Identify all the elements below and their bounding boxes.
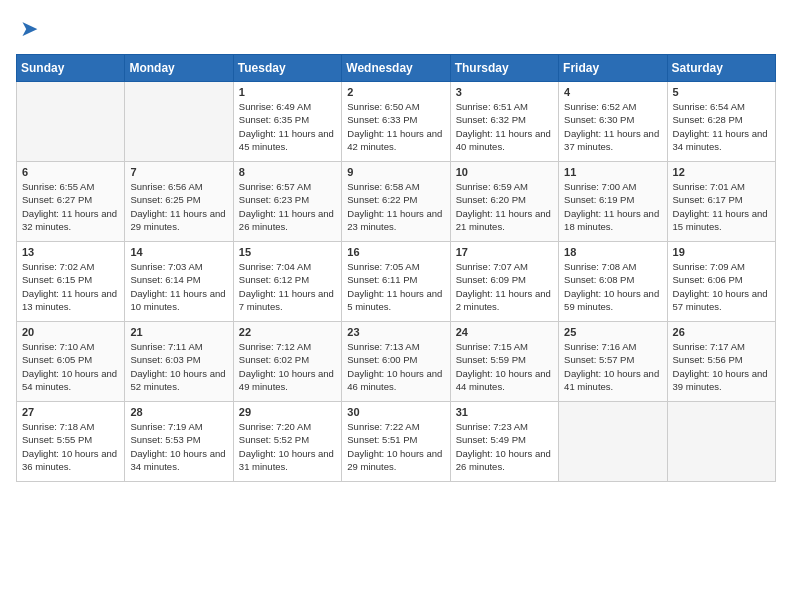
- week-row-5: 27 Sunrise: 7:18 AM Sunset: 5:55 PM Dayl…: [17, 402, 776, 482]
- day-detail: Sunrise: 7:16 AM Sunset: 5:57 PM Dayligh…: [564, 340, 661, 393]
- sunset-label: Sunset: 6:15 PM: [22, 274, 92, 285]
- sunrise-label: Sunrise: 6:52 AM: [564, 101, 636, 112]
- day-detail: Sunrise: 7:03 AM Sunset: 6:14 PM Dayligh…: [130, 260, 227, 313]
- page-header: ➤: [16, 16, 776, 42]
- calendar-cell: 28 Sunrise: 7:19 AM Sunset: 5:53 PM Dayl…: [125, 402, 233, 482]
- day-detail: Sunrise: 7:19 AM Sunset: 5:53 PM Dayligh…: [130, 420, 227, 473]
- sunrise-label: Sunrise: 7:08 AM: [564, 261, 636, 272]
- daylight-label: Daylight: 10 hours and 59 minutes.: [564, 288, 659, 312]
- calendar-cell: 8 Sunrise: 6:57 AM Sunset: 6:23 PM Dayli…: [233, 162, 341, 242]
- weekday-tuesday: Tuesday: [233, 55, 341, 82]
- sunrise-label: Sunrise: 7:22 AM: [347, 421, 419, 432]
- day-detail: Sunrise: 7:08 AM Sunset: 6:08 PM Dayligh…: [564, 260, 661, 313]
- sunset-label: Sunset: 6:27 PM: [22, 194, 92, 205]
- calendar-cell: 31 Sunrise: 7:23 AM Sunset: 5:49 PM Dayl…: [450, 402, 558, 482]
- week-row-1: 1 Sunrise: 6:49 AM Sunset: 6:35 PM Dayli…: [17, 82, 776, 162]
- day-detail: Sunrise: 7:07 AM Sunset: 6:09 PM Dayligh…: [456, 260, 553, 313]
- sunset-label: Sunset: 5:51 PM: [347, 434, 417, 445]
- day-number: 29: [239, 406, 336, 418]
- day-number: 15: [239, 246, 336, 258]
- calendar-cell: 11 Sunrise: 7:00 AM Sunset: 6:19 PM Dayl…: [559, 162, 667, 242]
- daylight-label: Daylight: 11 hours and 10 minutes.: [130, 288, 225, 312]
- calendar-cell: 4 Sunrise: 6:52 AM Sunset: 6:30 PM Dayli…: [559, 82, 667, 162]
- logo: ➤: [16, 16, 38, 42]
- sunset-label: Sunset: 6:11 PM: [347, 274, 417, 285]
- daylight-label: Daylight: 10 hours and 36 minutes.: [22, 448, 117, 472]
- sunrise-label: Sunrise: 7:16 AM: [564, 341, 636, 352]
- sunrise-label: Sunrise: 6:56 AM: [130, 181, 202, 192]
- sunrise-label: Sunrise: 7:19 AM: [130, 421, 202, 432]
- day-number: 11: [564, 166, 661, 178]
- calendar-cell: 10 Sunrise: 6:59 AM Sunset: 6:20 PM Dayl…: [450, 162, 558, 242]
- sunset-label: Sunset: 6:08 PM: [564, 274, 634, 285]
- day-number: 24: [456, 326, 553, 338]
- daylight-label: Daylight: 11 hours and 29 minutes.: [130, 208, 225, 232]
- day-detail: Sunrise: 6:50 AM Sunset: 6:33 PM Dayligh…: [347, 100, 444, 153]
- calendar-cell: 3 Sunrise: 6:51 AM Sunset: 6:32 PM Dayli…: [450, 82, 558, 162]
- sunset-label: Sunset: 6:28 PM: [673, 114, 743, 125]
- calendar-cell: 22 Sunrise: 7:12 AM Sunset: 6:02 PM Dayl…: [233, 322, 341, 402]
- week-row-2: 6 Sunrise: 6:55 AM Sunset: 6:27 PM Dayli…: [17, 162, 776, 242]
- day-number: 12: [673, 166, 770, 178]
- daylight-label: Daylight: 11 hours and 23 minutes.: [347, 208, 442, 232]
- day-number: 22: [239, 326, 336, 338]
- sunrise-label: Sunrise: 7:10 AM: [22, 341, 94, 352]
- daylight-label: Daylight: 11 hours and 45 minutes.: [239, 128, 334, 152]
- sunset-label: Sunset: 6:03 PM: [130, 354, 200, 365]
- calendar-cell: [667, 402, 775, 482]
- week-row-3: 13 Sunrise: 7:02 AM Sunset: 6:15 PM Dayl…: [17, 242, 776, 322]
- sunset-label: Sunset: 6:20 PM: [456, 194, 526, 205]
- sunset-label: Sunset: 6:09 PM: [456, 274, 526, 285]
- day-number: 10: [456, 166, 553, 178]
- calendar-cell: 19 Sunrise: 7:09 AM Sunset: 6:06 PM Dayl…: [667, 242, 775, 322]
- day-detail: Sunrise: 7:17 AM Sunset: 5:56 PM Dayligh…: [673, 340, 770, 393]
- day-detail: Sunrise: 7:20 AM Sunset: 5:52 PM Dayligh…: [239, 420, 336, 473]
- day-number: 27: [22, 406, 119, 418]
- day-detail: Sunrise: 7:05 AM Sunset: 6:11 PM Dayligh…: [347, 260, 444, 313]
- calendar-cell: 24 Sunrise: 7:15 AM Sunset: 5:59 PM Dayl…: [450, 322, 558, 402]
- sunset-label: Sunset: 6:02 PM: [239, 354, 309, 365]
- day-detail: Sunrise: 7:10 AM Sunset: 6:05 PM Dayligh…: [22, 340, 119, 393]
- sunrise-label: Sunrise: 7:01 AM: [673, 181, 745, 192]
- daylight-label: Daylight: 11 hours and 40 minutes.: [456, 128, 551, 152]
- sunset-label: Sunset: 6:12 PM: [239, 274, 309, 285]
- day-detail: Sunrise: 6:51 AM Sunset: 6:32 PM Dayligh…: [456, 100, 553, 153]
- sunset-label: Sunset: 6:06 PM: [673, 274, 743, 285]
- daylight-label: Daylight: 10 hours and 29 minutes.: [347, 448, 442, 472]
- sunrise-label: Sunrise: 7:11 AM: [130, 341, 202, 352]
- daylight-label: Daylight: 11 hours and 42 minutes.: [347, 128, 442, 152]
- day-detail: Sunrise: 7:00 AM Sunset: 6:19 PM Dayligh…: [564, 180, 661, 233]
- calendar-cell: 18 Sunrise: 7:08 AM Sunset: 6:08 PM Dayl…: [559, 242, 667, 322]
- day-detail: Sunrise: 6:54 AM Sunset: 6:28 PM Dayligh…: [673, 100, 770, 153]
- day-detail: Sunrise: 7:12 AM Sunset: 6:02 PM Dayligh…: [239, 340, 336, 393]
- day-number: 31: [456, 406, 553, 418]
- day-detail: Sunrise: 7:18 AM Sunset: 5:55 PM Dayligh…: [22, 420, 119, 473]
- sunrise-label: Sunrise: 7:07 AM: [456, 261, 528, 272]
- day-detail: Sunrise: 7:11 AM Sunset: 6:03 PM Dayligh…: [130, 340, 227, 393]
- daylight-label: Daylight: 11 hours and 13 minutes.: [22, 288, 117, 312]
- sunset-label: Sunset: 6:19 PM: [564, 194, 634, 205]
- calendar-cell: 21 Sunrise: 7:11 AM Sunset: 6:03 PM Dayl…: [125, 322, 233, 402]
- daylight-label: Daylight: 10 hours and 31 minutes.: [239, 448, 334, 472]
- calendar-cell: 1 Sunrise: 6:49 AM Sunset: 6:35 PM Dayli…: [233, 82, 341, 162]
- sunrise-label: Sunrise: 7:17 AM: [673, 341, 745, 352]
- sunrise-label: Sunrise: 6:58 AM: [347, 181, 419, 192]
- day-number: 18: [564, 246, 661, 258]
- daylight-label: Daylight: 11 hours and 18 minutes.: [564, 208, 659, 232]
- sunrise-label: Sunrise: 6:51 AM: [456, 101, 528, 112]
- daylight-label: Daylight: 10 hours and 54 minutes.: [22, 368, 117, 392]
- daylight-label: Daylight: 11 hours and 34 minutes.: [673, 128, 768, 152]
- calendar-cell: [559, 402, 667, 482]
- sunset-label: Sunset: 6:30 PM: [564, 114, 634, 125]
- day-detail: Sunrise: 6:52 AM Sunset: 6:30 PM Dayligh…: [564, 100, 661, 153]
- day-number: 16: [347, 246, 444, 258]
- sunrise-label: Sunrise: 7:23 AM: [456, 421, 528, 432]
- daylight-label: Daylight: 10 hours and 57 minutes.: [673, 288, 768, 312]
- weekday-friday: Friday: [559, 55, 667, 82]
- weekday-saturday: Saturday: [667, 55, 775, 82]
- sunset-label: Sunset: 5:49 PM: [456, 434, 526, 445]
- day-number: 14: [130, 246, 227, 258]
- calendar-cell: 13 Sunrise: 7:02 AM Sunset: 6:15 PM Dayl…: [17, 242, 125, 322]
- day-detail: Sunrise: 7:02 AM Sunset: 6:15 PM Dayligh…: [22, 260, 119, 313]
- daylight-label: Daylight: 10 hours and 52 minutes.: [130, 368, 225, 392]
